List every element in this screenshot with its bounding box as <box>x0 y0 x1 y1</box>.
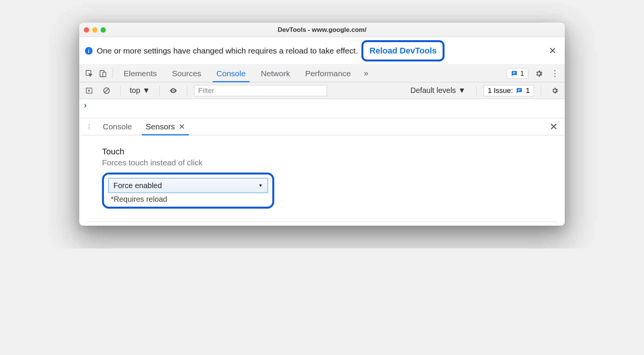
minimize-window-icon[interactable] <box>92 27 97 33</box>
tab-sources[interactable]: Sources <box>165 65 209 82</box>
console-toolbar: top ▼ Default levels ▼ 1 Issue: 1 <box>79 82 565 99</box>
svg-rect-2 <box>88 49 89 50</box>
issues-pill[interactable]: 1 Issue: 1 <box>484 85 534 96</box>
tabs-overflow-button[interactable]: » <box>358 69 374 79</box>
touch-setting-subtitle: Forces touch instead of click <box>102 158 542 167</box>
drawer-close-button[interactable]: ✕ <box>546 121 562 133</box>
console-body[interactable]: › <box>79 99 565 118</box>
window-controls <box>84 27 106 33</box>
touch-select-highlight: Force enabled ▼ *Requires reload <box>102 173 274 209</box>
dropdown-icon: ▼ <box>258 183 263 188</box>
tab-console[interactable]: Console <box>209 65 253 82</box>
issues-badge[interactable]: 1 <box>507 68 528 79</box>
devtools-window: DevTools - www.google.com/ One or more s… <box>79 23 565 226</box>
svg-line-10 <box>105 89 108 93</box>
drawer-tab-sensors[interactable]: Sensors ✕ <box>139 118 192 135</box>
separator <box>120 86 121 96</box>
titlebar: DevTools - www.google.com/ <box>79 23 565 37</box>
svg-rect-12 <box>518 89 521 90</box>
live-expression-icon[interactable] <box>166 84 180 97</box>
svg-rect-7 <box>513 73 515 74</box>
drawer-tabstrip: ⋮ Console Sensors ✕ ✕ <box>79 118 565 135</box>
touch-select-value: Force enabled <box>113 181 162 190</box>
console-sidebar-toggle-icon[interactable] <box>82 84 96 97</box>
separator <box>159 86 160 96</box>
sensors-panel: Touch Forces touch instead of click Forc… <box>79 135 565 216</box>
separator <box>541 86 541 96</box>
close-icon[interactable]: ✕ <box>179 122 185 131</box>
issues-count: 1 <box>526 86 530 95</box>
infobar-message: One or more settings have changed which … <box>97 46 358 55</box>
reload-infobar: One or more settings have changed which … <box>79 37 565 65</box>
settings-gear-icon[interactable] <box>532 67 546 80</box>
divider <box>87 221 557 222</box>
console-settings-gear-icon[interactable] <box>548 84 562 97</box>
requires-reload-note: *Requires reload <box>108 195 268 204</box>
drawer-tab-console[interactable]: Console <box>96 118 139 135</box>
touch-setting-title: Touch <box>102 147 542 157</box>
log-levels-selector[interactable]: Default levels ▼ <box>410 86 466 95</box>
device-toggle-icon[interactable] <box>96 67 110 80</box>
svg-rect-5 <box>103 72 106 77</box>
reload-devtools-button[interactable]: Reload DevTools <box>364 43 442 59</box>
svg-rect-13 <box>518 90 520 91</box>
drawer-more-icon[interactable]: ⋮ <box>82 120 96 134</box>
window-title: DevTools - www.google.com/ <box>79 26 565 34</box>
clear-console-icon[interactable] <box>100 84 113 97</box>
infobar-close-button[interactable]: ✕ <box>546 46 559 56</box>
svg-point-11 <box>173 90 174 91</box>
info-icon <box>85 47 93 55</box>
issues-label: 1 Issue: <box>488 86 513 95</box>
separator <box>476 86 477 96</box>
more-menu-icon[interactable]: ⋮ <box>548 67 562 80</box>
reload-highlight: Reload DevTools <box>361 40 445 61</box>
svg-rect-1 <box>88 50 89 53</box>
maximize-window-icon[interactable] <box>101 27 106 33</box>
dropdown-icon: ▼ <box>458 86 466 95</box>
filter-input[interactable] <box>194 85 327 96</box>
context-value: top <box>130 86 140 95</box>
console-prompt-icon: › <box>84 101 86 110</box>
levels-label: Default levels <box>410 86 456 95</box>
tab-elements[interactable]: Elements <box>116 65 165 82</box>
tab-network[interactable]: Network <box>253 65 298 82</box>
dropdown-icon: ▼ <box>143 86 150 95</box>
separator <box>113 69 113 79</box>
drawer-tab-label: Console <box>103 122 132 131</box>
issue-icon <box>511 70 518 77</box>
touch-select[interactable]: Force enabled ▼ <box>108 178 268 193</box>
main-tabstrip: Elements Sources Console Network Perform… <box>79 65 565 82</box>
svg-rect-6 <box>513 72 516 73</box>
drawer-tab-label: Sensors <box>146 122 175 131</box>
inspect-icon[interactable] <box>82 67 96 80</box>
tab-performance[interactable]: Performance <box>298 65 358 82</box>
issues-count: 1 <box>520 69 524 78</box>
context-selector[interactable]: top ▼ <box>127 86 152 95</box>
issue-icon <box>516 87 523 94</box>
close-window-icon[interactable] <box>84 27 89 33</box>
separator <box>187 86 187 96</box>
